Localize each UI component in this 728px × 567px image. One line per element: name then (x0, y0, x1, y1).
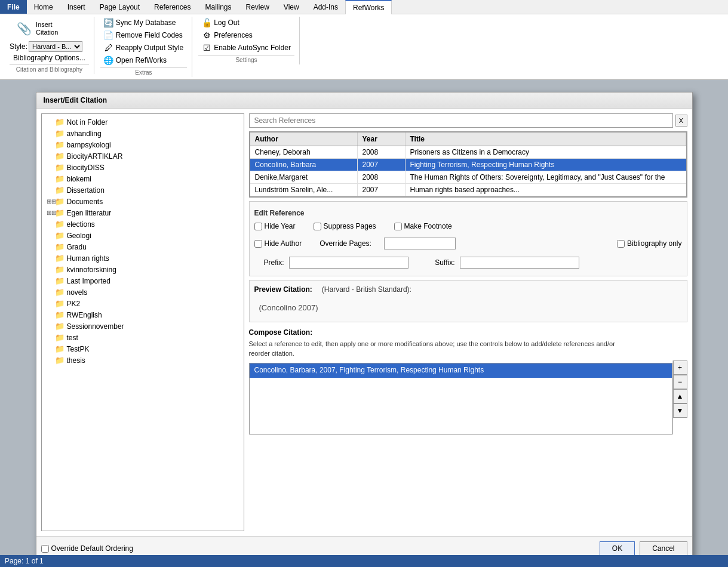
folder-icon: 📁 (55, 118, 64, 127)
compose-item: Concolino, Barbara, 2007, Fighting Terro… (250, 363, 672, 378)
bibliography-only-checkbox[interactable] (617, 240, 625, 248)
compose-btn-+[interactable]: + (673, 360, 687, 375)
autosync-button[interactable]: ☑ Enable AutoSync Folder (198, 42, 294, 54)
folder-icon: 📁 (55, 254, 64, 263)
ref-row-0[interactable]: Cheney, Deborah2008Prisoners as Citizens… (250, 146, 686, 159)
folder-icon: 📁 (55, 356, 64, 365)
remove-field-label: Remove Field Codes (116, 31, 183, 39)
folder-icon: 📁 (55, 310, 64, 319)
tree-item-egen-litteratur[interactable]: ⊞📁Egen litteratur (44, 207, 241, 218)
tab-home[interactable]: Home (27, 0, 60, 14)
ref-cell-year: 2007 (358, 184, 406, 196)
tree-item-test[interactable]: 📁test (44, 332, 241, 343)
log-out-button[interactable]: 🔓 Log Out (198, 17, 294, 29)
reapply-output-style-button[interactable]: 🖊 Reapply Output Style (100, 42, 187, 54)
make-footnote-checkbox-label[interactable]: Make Footnote (394, 222, 452, 230)
compose-list[interactable]: Concolino, Barbara, 2007, Fighting Terro… (249, 363, 672, 435)
folder-label: avhandling (67, 130, 102, 138)
bibliography-options-button[interactable]: Bibliography Options... (10, 53, 89, 63)
search-clear-button[interactable]: X (675, 115, 687, 127)
ref-row-2[interactable]: Denike,Margaret2008The Human Rights of O… (250, 171, 686, 184)
status-bar: Page: 1 of 1 (0, 555, 728, 567)
override-pages-input[interactable] (384, 238, 456, 249)
reference-table-body[interactable]: Cheney, Deborah2008Prisoners as Citizens… (250, 146, 686, 196)
tree-item-sessionnovember[interactable]: 📁Sessionnovember (44, 321, 241, 332)
make-footnote-checkbox[interactable] (394, 223, 402, 230)
sync-icon: 🔄 (104, 18, 113, 27)
tree-item-geologi[interactable]: 📁Geologi (44, 230, 241, 241)
remove-field-icon: 📄 (104, 30, 113, 40)
tree-item-kvinnoforskning[interactable]: 📁kvinnoforskning (44, 264, 241, 275)
tree-item-testpk[interactable]: 📁TestPK (44, 343, 241, 355)
tab-review[interactable]: Review (238, 0, 276, 14)
compose-btn-▲[interactable]: ▲ (673, 389, 687, 403)
ref-row-3[interactable]: Lundström Sarelin, Ale...2007Human right… (250, 184, 686, 196)
folder-tree[interactable]: 📁Not in Folder📁avhandling📁barnpsykologi📁… (41, 113, 244, 531)
expand-icon[interactable]: ⊞ (47, 198, 53, 205)
bibliography-only-checkbox-label[interactable]: Bibliography only (617, 235, 681, 252)
cancel-button[interactable]: Cancel (640, 541, 687, 556)
remove-field-codes-button[interactable]: 📄 Remove Field Codes (100, 29, 187, 41)
dialog-buttons: OK Cancel (600, 541, 687, 556)
tree-item-thesis[interactable]: 📁thesis (44, 355, 241, 366)
compose-btn-▼[interactable]: ▼ (673, 403, 687, 418)
tree-item-not-in-folder[interactable]: 📁Not in Folder (44, 116, 241, 128)
tree-item-documents[interactable]: ⊞📁Documents (44, 196, 241, 207)
compose-btn-−[interactable]: − (673, 375, 687, 389)
ok-button[interactable]: OK (600, 541, 635, 556)
sync-button[interactable]: 🔄 Sync My Database (100, 17, 187, 29)
compose-help-line1: Select a reference to edit, then apply o… (249, 339, 687, 349)
tab-add-ins[interactable]: Add-Ins (306, 0, 345, 14)
folder-icon: 📁 (55, 197, 64, 206)
tree-item-elections[interactable]: 📁elections (44, 218, 241, 230)
hide-year-checkbox-label[interactable]: Hide Year (254, 222, 296, 230)
tab-insert[interactable]: Insert (60, 0, 93, 14)
hide-author-checkbox-label[interactable]: Hide Author (254, 235, 302, 252)
tree-item-biocitydiss[interactable]: 📁BiocityDISS (44, 162, 241, 173)
hide-author-checkbox[interactable] (254, 240, 262, 248)
folder-label: RWEnglish (67, 311, 102, 319)
bibliography-options-label: Bibliography Options... (13, 54, 85, 62)
tree-item-avhandling[interactable]: 📁avhandling (44, 128, 241, 139)
style-selector: Style: Harvard - B... (10, 41, 89, 52)
override-ordering-text: Override Default Ordering (51, 544, 133, 553)
insert-citation-button[interactable]: 📎 Insert Citation (10, 17, 89, 41)
tree-item-biokemi[interactable]: 📁biokemi (44, 173, 241, 184)
suppress-pages-checkbox-label[interactable]: Suppress Pages (314, 222, 376, 230)
folder-label: Egen litteratur (67, 209, 112, 217)
sync-label: Sync My Database (116, 19, 176, 27)
ref-row-1[interactable]: Concolino, Barbara2007Fighting Terrorism… (250, 159, 686, 171)
tree-item-rwenglish[interactable]: 📁RWEnglish (44, 309, 241, 321)
tree-item-human-rights[interactable]: 📁Human rights (44, 252, 241, 264)
tree-item-biocityartiklar[interactable]: 📁BiocityARTIKLAR (44, 150, 241, 162)
expand-icon[interactable]: ⊞ (47, 209, 53, 216)
tab-mailings[interactable]: Mailings (198, 0, 238, 14)
tab-page-layout[interactable]: Page Layout (93, 0, 147, 14)
open-refworks-button[interactable]: 🌐 Open RefWorks (100, 54, 187, 66)
tree-item-novels[interactable]: 📁novels (44, 286, 241, 298)
table-header: Author Year Title (250, 132, 686, 146)
hide-year-checkbox[interactable] (254, 223, 262, 230)
folder-label: Gradu (67, 243, 87, 251)
tab-file[interactable]: File (0, 0, 27, 14)
tab-view[interactable]: View (277, 0, 306, 14)
tree-item-last-imported[interactable]: 📁Last Imported (44, 275, 241, 286)
suffix-input[interactable] (460, 257, 579, 269)
folder-icon: 📁 (55, 299, 64, 308)
tree-item-pk2[interactable]: 📁PK2 (44, 298, 241, 309)
reference-table-wrapper: Author Year Title Cheney, Deborah2008Pri… (249, 131, 687, 198)
open-refworks-label: Open RefWorks (116, 56, 167, 64)
preferences-button[interactable]: ⚙ Preferences (198, 29, 294, 41)
tree-item-dissertation[interactable]: 📁Dissertation (44, 184, 241, 196)
search-input[interactable] (249, 113, 673, 128)
folder-label: BiocityDISS (67, 164, 105, 172)
style-dropdown[interactable]: Harvard - B... (29, 41, 82, 52)
tab-references[interactable]: References (147, 0, 198, 14)
suppress-pages-checkbox[interactable] (314, 223, 321, 230)
prefix-input[interactable] (289, 257, 408, 269)
tab-refworks[interactable]: RefWorks (345, 0, 392, 14)
tree-item-barnpsykologi[interactable]: 📁barnpsykologi (44, 139, 241, 150)
override-ordering-label[interactable]: Override Default Ordering (41, 544, 133, 553)
tree-item-gradu[interactable]: 📁Gradu (44, 241, 241, 252)
override-ordering-checkbox[interactable] (41, 545, 49, 553)
